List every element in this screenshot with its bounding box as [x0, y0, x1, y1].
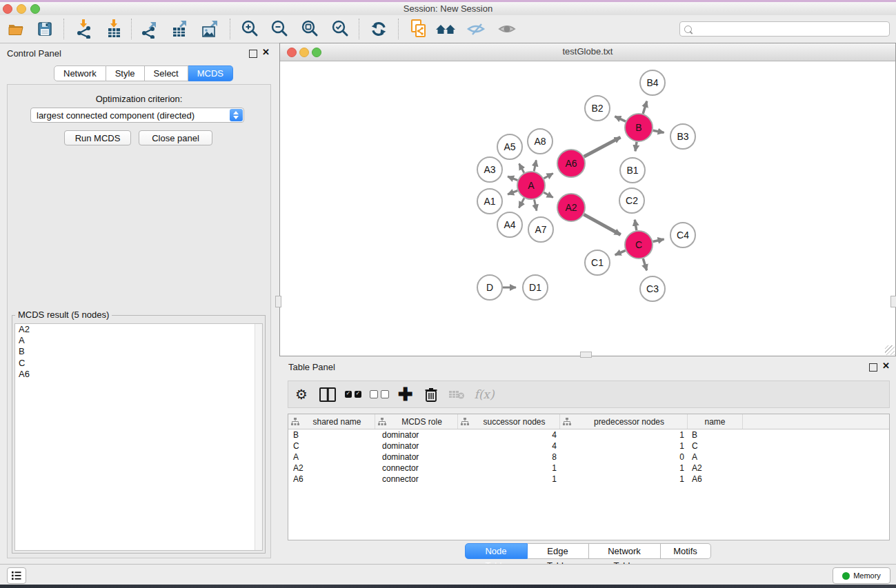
table-cell[interactable]: dominator — [375, 452, 458, 463]
table-cell[interactable]: 4 — [458, 429, 560, 440]
graph-edge[interactable] — [535, 200, 537, 211]
graph-edge[interactable] — [584, 137, 621, 156]
network-window-titlebar[interactable]: testGlobe.txt — [280, 43, 895, 61]
mcds-result-list[interactable]: A2ABCA6 — [14, 323, 263, 551]
tab-style[interactable]: Style — [106, 65, 145, 81]
tab-network-table[interactable]: Network Table — [589, 543, 661, 559]
export-network-icon[interactable] — [138, 18, 161, 40]
graph-edge[interactable] — [508, 191, 517, 195]
table-cell[interactable]: 1 — [458, 474, 560, 485]
column-header[interactable]: MCDS role — [375, 414, 458, 429]
zoom-in-icon[interactable] — [238, 18, 261, 40]
show-panel-eye-icon[interactable] — [496, 18, 519, 40]
graph-edge[interactable] — [508, 176, 517, 181]
export-table-icon[interactable] — [168, 18, 192, 40]
graph-edge[interactable] — [544, 192, 552, 197]
graph-edge[interactable] — [653, 239, 664, 242]
zoom-fit-icon[interactable] — [298, 18, 321, 40]
table-cell[interactable]: C — [288, 440, 375, 452]
table-row[interactable]: A6connector11A6 — [288, 474, 889, 485]
table-cell[interactable]: 1 — [560, 463, 688, 474]
duplicate-network-icon[interactable] — [407, 18, 430, 40]
close-panel-icon[interactable]: ✕ — [262, 47, 270, 57]
table-cell[interactable]: 1 — [560, 440, 688, 452]
table-cell[interactable]: C — [688, 440, 743, 452]
frame-resize-notch[interactable] — [580, 352, 592, 358]
table-row[interactable]: A2connector11A2 — [288, 463, 889, 474]
graph-edge[interactable] — [615, 116, 626, 121]
show-column-icon[interactable] — [317, 381, 338, 407]
graph-edge[interactable] — [534, 160, 536, 171]
tab-motifs[interactable]: Motifs — [661, 543, 711, 559]
table-row[interactable]: Adominator80A — [288, 452, 889, 463]
table-cell[interactable]: dominator — [375, 429, 458, 440]
graph-edge[interactable] — [519, 198, 524, 207]
save-session-icon[interactable] — [33, 18, 57, 40]
table-cell[interactable]: A2 — [688, 463, 743, 474]
run-mcds-button[interactable]: Run MCDS — [64, 130, 131, 145]
float-table-panel-icon[interactable] — [869, 363, 877, 372]
tab-network[interactable]: Network — [54, 65, 106, 81]
table-cell[interactable]: A — [688, 452, 743, 463]
table-cell[interactable]: A2 — [288, 463, 375, 474]
memory-button[interactable]: Memory — [833, 567, 890, 584]
table-cell[interactable]: B — [288, 429, 375, 440]
tab-mcds[interactable]: MCDS — [188, 65, 233, 81]
mcds-result-item[interactable]: A6 — [15, 369, 262, 380]
close-table-panel-icon[interactable]: ✕ — [882, 361, 890, 371]
tab-node-table[interactable]: Node Table — [465, 543, 528, 559]
frame-resize-notch[interactable] — [275, 296, 281, 307]
graph-edge[interactable] — [615, 250, 626, 255]
list-scrollbar[interactable] — [255, 324, 262, 550]
table-cell[interactable]: 4 — [458, 440, 560, 452]
column-header[interactable]: predecessor nodes — [560, 414, 688, 429]
table-cell[interactable]: A6 — [288, 474, 375, 485]
graph-edge[interactable] — [584, 214, 620, 234]
table-cell[interactable]: 1 — [560, 474, 688, 485]
deselect-all-icon[interactable] — [368, 381, 390, 407]
graph-edge[interactable] — [635, 220, 637, 231]
close-panel-button[interactable]: Close panel — [139, 130, 212, 145]
delete-column-icon[interactable] — [421, 381, 441, 407]
table-cell[interactable]: A — [288, 452, 375, 463]
tab-select[interactable]: Select — [145, 65, 188, 81]
import-table-icon[interactable] — [102, 18, 126, 40]
frame-resize-notch[interactable] — [890, 296, 896, 307]
tab-edge-table[interactable]: Edge Table — [528, 543, 589, 559]
export-image-icon[interactable] — [199, 18, 222, 40]
table-cell[interactable]: 0 — [560, 452, 688, 463]
mcds-result-item[interactable]: A — [15, 335, 262, 346]
window-resize-grip[interactable] — [885, 345, 895, 355]
mcds-result-item[interactable]: C — [15, 358, 262, 369]
table-row[interactable]: Cdominator41C — [288, 440, 889, 452]
zoom-selected-icon[interactable] — [328, 18, 352, 40]
column-header[interactable]: name — [688, 414, 743, 429]
select-all-icon[interactable] — [342, 381, 364, 407]
network-canvas[interactable]: AA1A3A4A5A7A8A6A2BB1B2B3B4CC1C2C3C4DD1 — [280, 61, 895, 356]
column-header[interactable]: shared name — [288, 414, 375, 429]
graph-edge[interactable] — [643, 101, 647, 114]
criterion-dropdown[interactable]: largest connected component (directed) — [30, 108, 244, 123]
hide-panel-eye-icon[interactable] — [465, 18, 488, 40]
zoom-out-icon[interactable] — [268, 18, 291, 40]
table-cell[interactable]: connector — [375, 463, 458, 474]
table-cell[interactable]: A6 — [688, 474, 743, 485]
table-settings-icon[interactable]: ⚙ — [292, 381, 311, 407]
mcds-result-item[interactable]: B — [15, 346, 262, 357]
add-column-icon[interactable]: ✚ — [396, 381, 415, 407]
graph-edge[interactable] — [519, 164, 524, 173]
task-history-button[interactable] — [7, 567, 26, 584]
table-cell[interactable]: connector — [375, 474, 458, 485]
table-cell[interactable]: 1 — [560, 429, 688, 440]
graph-edge[interactable] — [544, 174, 552, 179]
mcds-result-item[interactable]: A2 — [15, 324, 262, 335]
graph-edge[interactable] — [635, 142, 637, 152]
import-network-icon[interactable] — [72, 18, 95, 40]
home-layout-icon[interactable] — [435, 18, 458, 40]
search-input[interactable] — [679, 21, 890, 37]
table-row[interactable]: Bdominator41B — [288, 429, 889, 440]
table-cell[interactable]: 1 — [458, 463, 560, 474]
column-header[interactable]: successor nodes — [458, 414, 560, 429]
table-cell[interactable]: B — [688, 429, 743, 440]
table-cell[interactable]: dominator — [375, 440, 458, 452]
